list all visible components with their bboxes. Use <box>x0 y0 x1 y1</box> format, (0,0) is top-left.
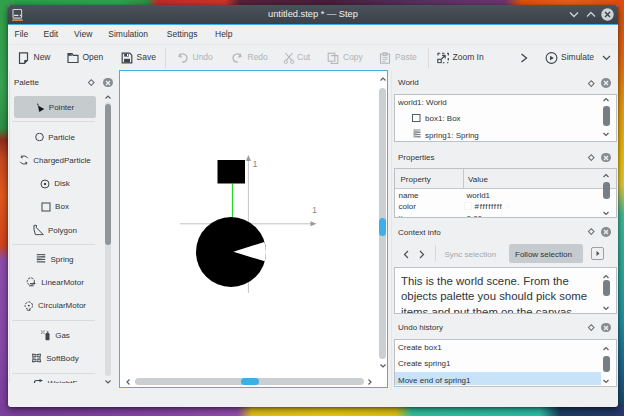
svg-text:1: 1 <box>312 205 317 215</box>
svg-text:1: 1 <box>253 159 258 169</box>
